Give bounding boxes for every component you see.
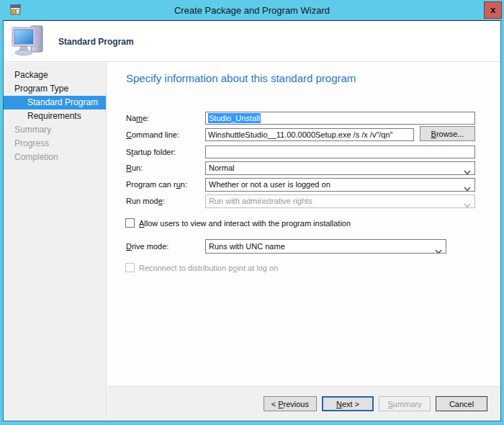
sidebar-item-requirements: Requirements (4, 109, 106, 123)
summary-button: Summary (379, 396, 431, 411)
wizard-footer: < Previous Next > Summary Cancel (107, 386, 500, 421)
startup-folder-input[interactable] (205, 146, 475, 158)
chevron-down-icon (435, 245, 442, 250)
program-can-run-dropdown-value: Whether or not a user is logged on (209, 180, 330, 189)
chevron-down-icon (464, 183, 471, 188)
sidebar-item-summary: Summary (4, 123, 106, 137)
run-mode-label: Run mode: (126, 194, 165, 207)
wizard-page-title: Standard Program (58, 37, 134, 47)
previous-button[interactable]: < Previous (264, 396, 317, 411)
run-mode-dropdown-value: Run with administrative rights (209, 197, 312, 205)
client-area: Standard Program Package Program Type St… (3, 20, 501, 421)
sidebar-item-standard-program: Standard Program (4, 96, 106, 109)
wizard-header: Standard Program (4, 21, 500, 62)
titlebar[interactable]: Create Package and Program Wizard x (0, 0, 504, 20)
window-title: Create Package and Program Wizard (0, 0, 504, 20)
startup-folder-label: Startup folder: (126, 146, 176, 158)
computer-icon (11, 24, 47, 58)
run-label: Run: (126, 161, 143, 174)
reconnect-label: Reconnect to distribution point at log o… (139, 264, 278, 272)
command-line-input[interactable] (205, 128, 414, 141)
wizard-sidebar: Package Program Type Standard Program Re… (4, 63, 107, 421)
cancel-button[interactable]: Cancel (436, 396, 487, 411)
reconnect-row: Reconnect to distribution point at log o… (125, 263, 278, 272)
sidebar-item-completion: Completion (4, 151, 106, 164)
page-heading: Specify information about this standard … (126, 72, 356, 84)
command-line-label: Command line: (126, 128, 179, 141)
allow-interact-label: Allow users to view and interact with th… (139, 219, 351, 228)
sidebar-item-progress: Progress (4, 137, 106, 151)
program-can-run-label: Program can run: (126, 178, 187, 191)
chevron-down-icon (464, 166, 471, 171)
drive-mode-dropdown[interactable]: Runs with UNC name (205, 239, 446, 254)
sidebar-item-package: Package (4, 68, 106, 82)
sidebar-item-program-type: Program Type (4, 82, 106, 96)
name-label: Name: (126, 112, 149, 125)
allow-interact-checkbox[interactable] (125, 218, 135, 228)
next-button[interactable]: Next > (322, 396, 374, 411)
reconnect-checkbox (125, 263, 135, 272)
name-input-selected-text: Studio_Unstall (208, 113, 261, 123)
name-input[interactable]: Studio_Unstall (205, 112, 475, 125)
run-dropdown[interactable]: Normal (205, 161, 475, 175)
program-can-run-dropdown[interactable]: Whether or not a user is logged on (205, 178, 475, 192)
wizard-window: Create Package and Program Wizard x (0, 0, 504, 425)
wizard-content: Specify information about this standard … (107, 63, 500, 385)
close-button[interactable]: x (484, 1, 502, 19)
chevron-down-icon (464, 200, 471, 205)
allow-interact-row: Allow users to view and interact with th… (125, 218, 351, 228)
drive-mode-dropdown-value: Runs with UNC name (209, 242, 285, 251)
run-mode-dropdown: Run with administrative rights (205, 194, 475, 208)
drive-mode-label: Drive mode: (126, 240, 168, 253)
run-dropdown-value: Normal (209, 164, 234, 172)
browse-button[interactable]: Browse... (420, 126, 475, 141)
